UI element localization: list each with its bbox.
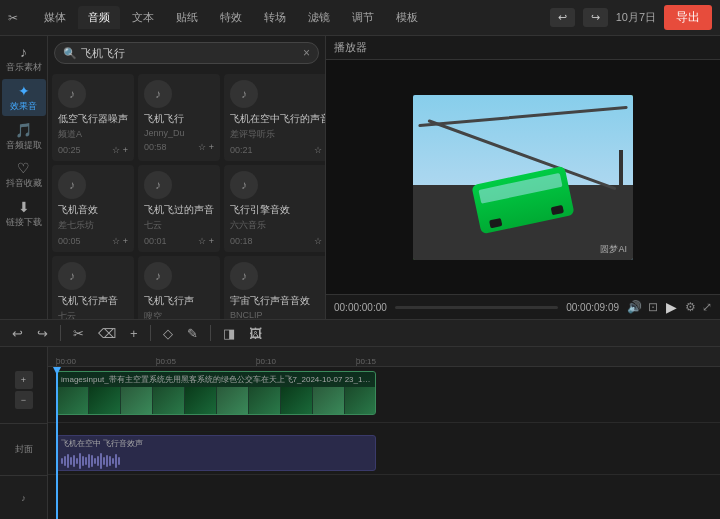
sound-title-3: 飞机在空中飞行的声音 — [230, 112, 325, 126]
sound-card-5[interactable]: ♪ 飞机飞过的声音 七云 00:01 ☆ + — [138, 165, 220, 252]
sidebar-item-music[interactable]: ♪ 音乐素材 — [2, 40, 46, 77]
sound-card-7[interactable]: ♪ 飞机飞行声音 七云 00:20 ☆ + — [52, 256, 134, 319]
ruler-tick-1: 00:05 — [156, 357, 176, 366]
thumb-8 — [281, 387, 313, 415]
star-icon-1[interactable]: ☆ — [112, 145, 120, 155]
sticker-button[interactable]: ◨ — [219, 324, 239, 343]
image-button[interactable]: 🖼 — [245, 324, 266, 343]
sound-card-4[interactable]: ♪ 飞机音效 差七乐坊 00:05 ☆ + — [52, 165, 134, 252]
clip-label: imagesinput_带有主空置系统先用黑客系统的绿色公交车在天上飞7_202… — [57, 372, 375, 387]
sound-card-3[interactable]: ♪ 飞机在空中飞行的声音 差评导听乐 00:21 ☆ + — [224, 74, 325, 161]
time-total: 00:00:09:09 — [566, 302, 619, 313]
add-icon-5[interactable]: + — [209, 236, 214, 246]
export-button[interactable]: 导出 — [664, 5, 712, 30]
wave-2 — [64, 456, 66, 466]
sound-icon-8: ♪ — [144, 262, 172, 290]
tab-media[interactable]: 媒体 — [34, 6, 76, 29]
star-icon-2[interactable]: ☆ — [198, 142, 206, 152]
bus-wheel-right — [551, 204, 564, 214]
tab-effect[interactable]: 特效 — [210, 6, 252, 29]
redo-button[interactable]: ↪ — [583, 8, 608, 27]
undo-button-tl[interactable]: ↩ — [8, 324, 27, 343]
sidebar-item-sfx[interactable]: ✦ 效果音 — [2, 79, 46, 116]
timeline-left: + − 封面 ♪ — [0, 347, 48, 519]
sound-footer-5: 00:01 ☆ + — [144, 236, 214, 246]
media-panel: 🔍 × ♪ 低空飞行器噪声 频道A 00:25 ☆ + — [48, 36, 326, 319]
video-clip[interactable]: imagesinput_带有主空置系统先用黑客系统的绿色公交车在天上飞7_202… — [56, 371, 376, 415]
sound-actions-5: ☆ + — [198, 236, 214, 246]
undo-button[interactable]: ↩ — [550, 8, 575, 27]
sidebar-item-douyin[interactable]: ♡ 抖音收藏 — [2, 156, 46, 193]
add-icon-1[interactable]: + — [123, 145, 128, 155]
keyframe-button[interactable]: ◇ — [159, 324, 177, 343]
sidebar-item-extract[interactable]: 🎵 音频提取 — [2, 118, 46, 155]
thumb-9 — [313, 387, 345, 415]
sound-actions-4: ☆ + — [112, 236, 128, 246]
thumb-5 — [185, 387, 217, 415]
tab-sticker[interactable]: 贴纸 — [166, 6, 208, 29]
wave-19 — [115, 454, 117, 468]
search-input[interactable] — [81, 47, 299, 59]
sidebar-item-download[interactable]: ⬇ 链接下载 — [2, 195, 46, 232]
expand-icon[interactable]: ⤢ — [702, 300, 712, 314]
tab-filter[interactable]: 滤镜 — [298, 6, 340, 29]
sound-actions-3: ☆ + — [314, 145, 325, 155]
sound-card-6[interactable]: ♪ 飞行引擎音效 六六音乐 00:18 ☆ + — [224, 165, 325, 252]
add-icon-4[interactable]: + — [123, 236, 128, 246]
sound-card-9[interactable]: ♪ 宇宙飞行声音音效 BNCLIP 00:03 ☆ + — [224, 256, 325, 319]
sound-card-2[interactable]: ♪ 飞机飞行 Jenny_Du 00:58 ☆ + — [138, 74, 220, 161]
sound-icon-5: ♪ — [144, 171, 172, 199]
search-box[interactable]: 🔍 × — [54, 42, 319, 64]
sound-grid: ♪ 低空飞行器噪声 频道A 00:25 ☆ + ♪ 飞机飞行 Jenny_Du … — [48, 70, 325, 319]
timeline-content[interactable]: 00:00 00:05 00:10 00:15 imagesinput_带有主空… — [48, 347, 720, 519]
wave-10 — [88, 454, 90, 468]
sound-icon-6: ♪ — [230, 171, 258, 199]
sound-title-1: 低空飞行器噪声 — [58, 112, 128, 126]
top-bar: ✂ 媒体 音频 文本 贴纸 特效 转场 滤镜 调节 模板 ↩ ↪ 10月7日 导… — [0, 0, 720, 36]
timeline-area: + − 封面 ♪ 00:00 00:05 00:10 00:15 — [0, 347, 720, 519]
tab-audio[interactable]: 音频 — [78, 6, 120, 29]
redo-button-tl[interactable]: ↪ — [33, 324, 52, 343]
volume-icon[interactable]: 🔊 — [627, 300, 642, 314]
tl-zoom-out[interactable]: − — [15, 391, 33, 409]
wave-14 — [100, 453, 102, 469]
bus-wheel-left — [489, 218, 502, 228]
douyin-icon: ♡ — [17, 160, 30, 176]
preview-right-icons: ⚙ ⤢ — [685, 300, 712, 314]
search-icon: 🔍 — [63, 47, 77, 60]
star-icon-4[interactable]: ☆ — [112, 236, 120, 246]
star-icon-3[interactable]: ☆ — [314, 145, 322, 155]
play-button[interactable]: ▶ — [666, 299, 677, 315]
clear-icon[interactable]: × — [303, 46, 310, 60]
sound-card-8[interactable]: ♪ 飞机飞行声 嗖空 00:03 ☆ + — [138, 256, 220, 319]
tab-template[interactable]: 模板 — [386, 6, 428, 29]
progress-bar[interactable] — [395, 306, 558, 309]
video-track-row: imagesinput_带有主空置系统先用黑客系统的绿色公交车在天上飞7_202… — [48, 367, 720, 423]
tab-transition[interactable]: 转场 — [254, 6, 296, 29]
download-icon: ⬇ — [18, 199, 30, 215]
tab-adjust[interactable]: 调节 — [342, 6, 384, 29]
playhead[interactable] — [56, 367, 58, 519]
toolbar-sep-2 — [150, 325, 151, 341]
settings-icon[interactable]: ⚙ — [685, 300, 696, 314]
wave-9 — [85, 457, 87, 465]
delete-button[interactable]: ⌫ — [94, 324, 120, 343]
sidebar-label-music: 音乐素材 — [6, 62, 42, 73]
sidebar-label-douyin: 抖音收藏 — [6, 178, 42, 189]
split-button[interactable]: ✂ — [69, 324, 88, 343]
star-icon-6[interactable]: ☆ — [314, 236, 322, 246]
tab-text[interactable]: 文本 — [122, 6, 164, 29]
tl-zoom-in[interactable]: + — [15, 371, 33, 389]
timeline-ruler: 00:00 00:05 00:10 00:15 — [48, 347, 720, 367]
thumb-6 — [217, 387, 249, 415]
top-actions: ↩ ↪ 10月7日 导出 — [550, 5, 712, 30]
sound-clip[interactable]: 飞机在空中 飞行音效声 — [56, 435, 376, 471]
star-icon-5[interactable]: ☆ — [198, 236, 206, 246]
add-icon-2[interactable]: + — [209, 142, 214, 152]
sound-footer-1: 00:25 ☆ + — [58, 145, 128, 155]
sidebar-label-sfx: 效果音 — [10, 101, 37, 112]
add-button[interactable]: + — [126, 324, 142, 343]
edit-button[interactable]: ✎ — [183, 324, 202, 343]
sound-card-1[interactable]: ♪ 低空飞行器噪声 频道A 00:25 ☆ + — [52, 74, 134, 161]
fullscreen-icon[interactable]: ⊡ — [648, 300, 658, 314]
